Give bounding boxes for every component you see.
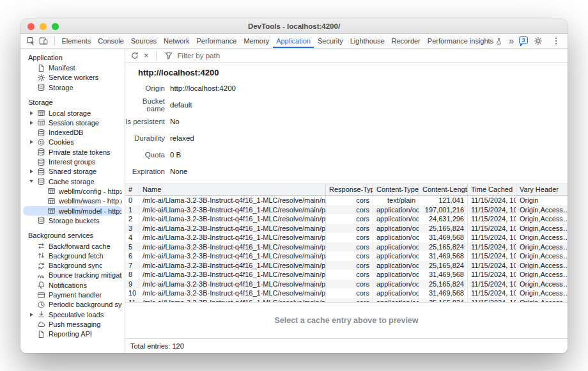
sidebar-item-webllm-model-http-loc[interactable]: webllm/model - http://loc… — [23, 206, 122, 216]
table-row[interactable]: 9/mlc-ai/Llama-3.2-3B-Instruct-q4f16_1-M… — [125, 280, 568, 289]
sidebar-item-session-storage[interactable]: Session storage — [23, 118, 122, 127]
table-row[interactable]: 1/mlc-ai/Llama-3.2-3B-Instruct-q4f16_1-M… — [125, 205, 568, 215]
toolbar-separator — [54, 36, 55, 45]
cell-vary-header: Origin — [516, 196, 568, 205]
traffic-lights — [27, 19, 59, 33]
tab-memory[interactable]: Memory — [240, 34, 273, 48]
cell-name: /mlc-ai/Llama-3.2-3B-Instruct-q4f16_1-ML… — [139, 288, 326, 298]
titlebar[interactable]: DevTools - localhost:4200/ — [20, 19, 568, 34]
filter-input[interactable]: Filter by path — [178, 52, 220, 59]
chevron-down-icon[interactable] — [28, 180, 35, 183]
toolbar-right-controls: » 3 — [506, 36, 564, 46]
sidebar-item-push-messaging[interactable]: Push messaging — [23, 319, 122, 329]
sidebar-item-back-forward-cache[interactable]: Back/forward cache — [23, 241, 122, 251]
sidebar-item-manifest[interactable]: Manifest — [23, 63, 122, 73]
column-header-hash[interactable]: # — [125, 184, 139, 195]
cell-content-type: application/oc… — [373, 242, 419, 252]
minimize-window-button[interactable] — [40, 23, 47, 30]
device-toolbar-icon[interactable] — [38, 36, 49, 46]
filter-funnel-icon[interactable] — [164, 51, 174, 61]
cell-vary-header: Origin,Access… — [516, 214, 568, 224]
sidebar-item-bounce-tracking-mitigations[interactable]: Bounce tracking mitigations — [23, 271, 122, 280]
sidebar-item-local-storage[interactable]: Local storage — [23, 108, 122, 118]
cell-time-cached: 11/15/2024, 10… — [468, 270, 516, 280]
cell-index: 8 — [125, 270, 139, 280]
table-row[interactable]: 2/mlc-ai/Llama-3.2-3B-Instruct-q4f16_1-M… — [125, 214, 568, 224]
sidebar-item-webllm-wasm-http-loca[interactable]: webllm/wasm - http://loca… — [23, 196, 122, 206]
database-icon — [37, 216, 46, 225]
sidebar-item-webllm-config-http-loc[interactable]: webllm/config - http://loc… — [23, 186, 122, 196]
sidebar-item-private-state-tokens[interactable]: Private state tokens — [23, 147, 122, 157]
tab-elements[interactable]: Elements — [58, 34, 95, 48]
cell-vary-header: Origin,Access… — [516, 261, 568, 271]
tab-network[interactable]: Network — [160, 34, 193, 48]
column-header-name[interactable]: Name — [139, 184, 326, 195]
sidebar-item-shared-storage[interactable]: Shared storage — [23, 167, 122, 177]
more-tabs-button[interactable]: » — [509, 36, 514, 45]
cell-content-length: 31,469,568 — [419, 233, 468, 242]
meta-value: No — [170, 118, 180, 125]
tab-lighthouse[interactable]: Lighthouse — [346, 34, 388, 48]
cell-content-length: 197,001,216 — [419, 205, 468, 215]
cell-time-cached: 11/15/2024, 10… — [468, 242, 516, 252]
cell-time-cached: 11/15/2024, 10… — [468, 233, 516, 242]
table-row[interactable]: 7/mlc-ai/Llama-3.2-3B-Instruct-q4f16_1-M… — [125, 261, 568, 271]
menu-kebab-icon[interactable] — [551, 36, 561, 46]
cell-name: /mlc-ai/Llama-3.2-3B-Instruct-q4f16_1-ML… — [139, 251, 326, 261]
settings-gear-icon[interactable] — [533, 36, 543, 46]
sidebar-item-speculative-loads[interactable]: Speculative loads — [23, 310, 122, 319]
chevron-right-icon[interactable] — [28, 121, 35, 125]
meta-label: Is persistent — [125, 118, 165, 125]
chevron-right-icon[interactable] — [28, 313, 35, 317]
table-row[interactable]: 6/mlc-ai/Llama-3.2-3B-Instruct-q4f16_1-M… — [125, 251, 568, 261]
chevron-right-icon[interactable] — [28, 170, 35, 173]
tab-console[interactable]: Console — [95, 34, 127, 48]
cell-time-cached: 11/15/2024, 10… — [468, 251, 516, 261]
sidebar-item-interest-groups[interactable]: Interest groups — [23, 157, 122, 166]
sidebar-item-periodic-background-sync[interactable]: Periodic background sync — [23, 300, 122, 310]
cell-time-cached: 11/15/2024, 10… — [468, 214, 516, 224]
tab-security[interactable]: Security — [314, 34, 346, 48]
table-row[interactable]: 8/mlc-ai/Llama-3.2-3B-Instruct-q4f16_1-M… — [125, 270, 568, 280]
table-row[interactable]: 3/mlc-ai/Llama-3.2-3B-Instruct-q4f16_1-M… — [125, 224, 568, 233]
zoom-window-button[interactable] — [52, 23, 59, 30]
column-header-time-cached[interactable]: Time Cached — [468, 184, 516, 195]
chevron-right-icon[interactable] — [28, 140, 35, 144]
tab-recorder[interactable]: Recorder — [388, 34, 424, 48]
tab-performance-insights[interactable]: Performance insights — [424, 34, 506, 48]
refresh-icon[interactable] — [130, 51, 140, 61]
inspect-element-icon[interactable] — [26, 36, 36, 46]
close-window-button[interactable] — [27, 23, 35, 30]
tab-performance[interactable]: Performance — [193, 34, 240, 48]
tab-application[interactable]: Application — [273, 34, 314, 48]
sidebar-item-service-workers[interactable]: Service workers — [23, 73, 122, 83]
table-row[interactable]: 5/mlc-ai/Llama-3.2-3B-Instruct-q4f16_1-M… — [125, 242, 568, 252]
sidebar-item-reporting-api[interactable]: Reporting API — [23, 329, 122, 339]
sidebar-item-storage[interactable]: Storage — [23, 83, 122, 92]
column-header-content-length[interactable]: Content-Length — [419, 184, 468, 195]
flask-icon — [495, 38, 502, 45]
table-row[interactable]: 11/mlc-ai/Llama-3.2-3B-Instruct-q4f16_1-… — [125, 298, 568, 303]
cell-content-length: 31,469,568 — [419, 288, 468, 298]
sidebar-item-cache-storage[interactable]: Cache storage — [23, 177, 122, 186]
table-row[interactable]: 4/mlc-ai/Llama-3.2-3B-Instruct-q4f16_1-M… — [125, 233, 568, 242]
tab-sources[interactable]: Sources — [127, 34, 160, 48]
chevron-right-icon[interactable] — [28, 111, 35, 115]
column-header-vary-header[interactable]: Vary Header — [516, 184, 568, 195]
cell-content-type: application/oc… — [373, 251, 419, 261]
column-header-response-type[interactable]: Response-Type — [326, 184, 373, 195]
table-row[interactable]: 0/mlc-ai/Llama-3.2-3B-Instruct-q4f16_1-M… — [125, 196, 568, 205]
sidebar-item-storage-buckets[interactable]: Storage buckets — [23, 216, 122, 225]
sidebar-item-payment-handler[interactable]: Payment handler — [23, 290, 122, 299]
sidebar-item-background-fetch[interactable]: Background fetch — [23, 251, 122, 260]
sidebar-item-notifications[interactable]: Notifications — [23, 280, 122, 290]
table-row[interactable]: 10/mlc-ai/Llama-3.2-3B-Instruct-q4f16_1-… — [125, 288, 568, 298]
sidebar-item-background-sync[interactable]: Background sync — [23, 261, 122, 271]
sidebar-item-cookies[interactable]: Cookies — [23, 138, 122, 147]
clear-icon[interactable]: × — [144, 51, 149, 59]
console-messages-badge[interactable]: 3 — [519, 36, 528, 44]
cell-time-cached: 11/15/2024, 10… — [468, 298, 516, 303]
column-header-content-type[interactable]: Content-Type — [373, 184, 419, 195]
sidebar-item-indexeddb[interactable]: IndexedDB — [23, 127, 122, 137]
tab-label: Elements — [62, 37, 91, 45]
